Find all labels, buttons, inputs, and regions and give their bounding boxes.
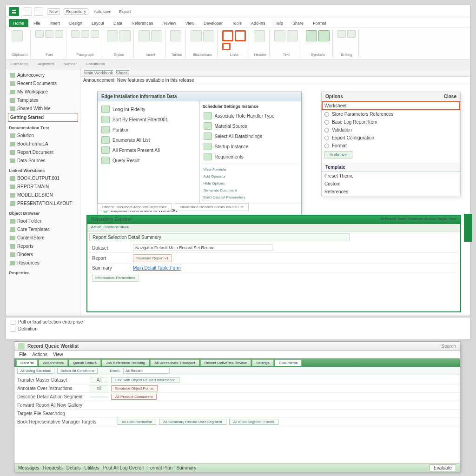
footer-tab[interactable]: Others: Document Accounts Reference (97, 203, 172, 211)
dataset-input[interactable] (133, 245, 272, 251)
gallery-sub-item[interactable]: Build Datalist Parameters (203, 194, 299, 201)
symbol-icon[interactable] (318, 30, 330, 41)
qat-repo-button[interactable]: Repository (64, 8, 88, 15)
sidebar-footer[interactable]: Properties (9, 271, 78, 275)
doc-tab[interactable]: Sheet1 (116, 70, 129, 75)
ribbon-tab-developer[interactable]: Developer (199, 19, 227, 27)
ribbon-tab-file[interactable]: File (29, 19, 45, 27)
filter-input[interactable] (123, 368, 170, 374)
ribbon-tab-layout[interactable]: Layout (87, 19, 108, 27)
sidebar-item[interactable]: Shared With Me (8, 105, 78, 112)
header-icon[interactable] (254, 30, 265, 41)
paste-icon[interactable] (12, 30, 23, 41)
repo-tab-label[interactable]: Report Selection Detail Summary (93, 235, 161, 240)
bookmark-icon-highlighted[interactable] (235, 30, 246, 41)
side-gallery-item[interactable]: References (322, 188, 460, 196)
checkbox-icon[interactable] (11, 327, 15, 331)
sidebar-item[interactable]: Core Templates (8, 225, 78, 233)
sidebar-item[interactable]: Templates (8, 96, 78, 104)
ribbon-tab-view[interactable]: View (181, 19, 198, 27)
ribbon-tab-tools[interactable]: Tools (228, 19, 246, 27)
side-gallery-tab[interactable]: Options (325, 94, 343, 99)
bullets-icon[interactable] (91, 30, 99, 38)
sidebar-item[interactable]: Root Folder (8, 217, 78, 225)
side-gallery-close[interactable]: Close (444, 94, 456, 99)
checkbox-icon[interactable] (11, 320, 15, 324)
grid-row[interactable]: Annotate Over Instructions nil Emulator … (14, 384, 460, 393)
ribbon-tab-review[interactable]: Review (158, 19, 180, 27)
toolbar-button[interactable]: All Using Standard (17, 368, 54, 374)
find-icon[interactable] (337, 30, 346, 38)
footer-item[interactable]: Summary (176, 465, 196, 470)
side-gallery-item[interactable]: Base Log Report Item (322, 118, 460, 126)
style1-icon[interactable] (107, 30, 118, 41)
subribbon-item[interactable]: Number (64, 62, 77, 66)
bold-icon[interactable] (45, 30, 53, 38)
footer-item[interactable]: Format Plan (147, 465, 172, 470)
side-gallery-highlight[interactable]: Worksheet (322, 101, 460, 110)
ribbon-tab-share[interactable]: Share (288, 19, 308, 27)
gallery-item[interactable]: Sort By Element Filter#001 (100, 114, 197, 125)
sidebar-item[interactable]: Solution (8, 132, 78, 139)
gallery-item[interactable]: Long Int Fidelity (100, 104, 197, 114)
gallery-sub-item[interactable]: View Formula (203, 166, 299, 173)
ribbon-tab-insert[interactable]: Insert (46, 19, 65, 27)
evaluate-button[interactable]: Evaluate (430, 464, 456, 471)
worklist-tab[interactable]: Recent Deliveries Review (200, 359, 251, 366)
worklist-tab[interactable]: All Unresolved Transport (150, 359, 199, 366)
textbox-icon[interactable] (274, 30, 285, 41)
grid-row[interactable]: Transfer Master Dataset All Find with Ob… (14, 376, 460, 384)
sidebar-item[interactable]: Reports (8, 242, 78, 250)
formula-bar[interactable]: Announcement: New features available in … (80, 77, 470, 84)
footer-item[interactable]: Messages (18, 465, 40, 470)
gallery-item[interactable]: All Formats Present.All (100, 145, 197, 155)
font-icon[interactable] (35, 30, 44, 38)
gallery-item[interactable]: Requirements (203, 152, 299, 162)
sidebar-item[interactable]: ContentStore (8, 234, 78, 242)
gallery-sub-item[interactable]: Add Operator (203, 173, 299, 180)
side-gallery-item[interactable]: Format (322, 142, 460, 150)
gallery-item[interactable]: Material Source (203, 121, 299, 131)
worklist-tab[interactable]: Job Reference Tracking (102, 359, 150, 366)
subribbon-item[interactable]: Alignment (38, 62, 54, 66)
side-gallery-item[interactable]: Custom (322, 180, 460, 188)
toolbar-button[interactable]: Action All Conditions (57, 368, 98, 374)
sidebar-item[interactable]: Recent Documents (8, 79, 78, 87)
ribbon-tab-data[interactable]: Data (109, 19, 126, 27)
gallery-item[interactable]: Enumerate All List (100, 135, 197, 145)
sidebar-item-autorecovery[interactable]: Autorecovery (8, 71, 78, 79)
qat-undo-icon[interactable] (34, 7, 43, 16)
gallery-sub-item[interactable]: Generate Document (203, 187, 299, 194)
sidebar-item-selected[interactable]: Getting Started (8, 113, 78, 122)
style2-icon[interactable] (119, 30, 131, 41)
qat-new-button[interactable]: New (47, 8, 60, 15)
worklist-tab[interactable]: Documents (275, 359, 302, 366)
gallery-item[interactable]: Select All Databindings (203, 131, 299, 141)
menu-item[interactable]: File (19, 352, 26, 357)
align-center-icon[interactable] (81, 30, 89, 38)
worklist-tab[interactable]: Settings (252, 359, 274, 366)
shape-icon[interactable] (191, 30, 202, 41)
sidebar-item[interactable]: PRESENTATION.LAYOUT (8, 199, 78, 207)
app-icon[interactable] (9, 7, 19, 16)
side-gallery-item[interactable]: Validation (322, 126, 460, 134)
ribbon-tab-references[interactable]: References (127, 19, 157, 27)
gallery-item[interactable]: Partition (100, 125, 197, 135)
grid-row[interactable]: Describe Detail Action Segment All Produ… (14, 393, 460, 401)
table-icon[interactable] (139, 30, 150, 41)
radio-icon[interactable] (324, 128, 329, 132)
radio-icon[interactable] (324, 144, 329, 148)
gallery-sub-item[interactable]: Hide Options (203, 180, 299, 187)
sidebar-item[interactable]: BOOK.OUTPUT.001 (8, 174, 78, 182)
worklist-titlebar[interactable]: Record Queue Worklist Search (14, 342, 460, 351)
gallery-item[interactable]: Query Result (100, 155, 197, 165)
grid-row[interactable]: Targets File Searchdog (14, 410, 460, 418)
grid-row[interactable]: Forward Report All New Gallery (14, 401, 460, 410)
sidebar-item[interactable]: Book.Format.A (8, 140, 78, 148)
link-icon-highlighted[interactable] (222, 30, 233, 41)
footer-item[interactable]: Requests (43, 465, 63, 470)
footer-item[interactable]: Utilities (84, 465, 99, 470)
ribbon-tab-design[interactable]: Design (65, 19, 86, 27)
sidebar-item[interactable]: Binders (8, 251, 78, 258)
sidebar-item[interactable]: My Workspace (8, 88, 78, 96)
